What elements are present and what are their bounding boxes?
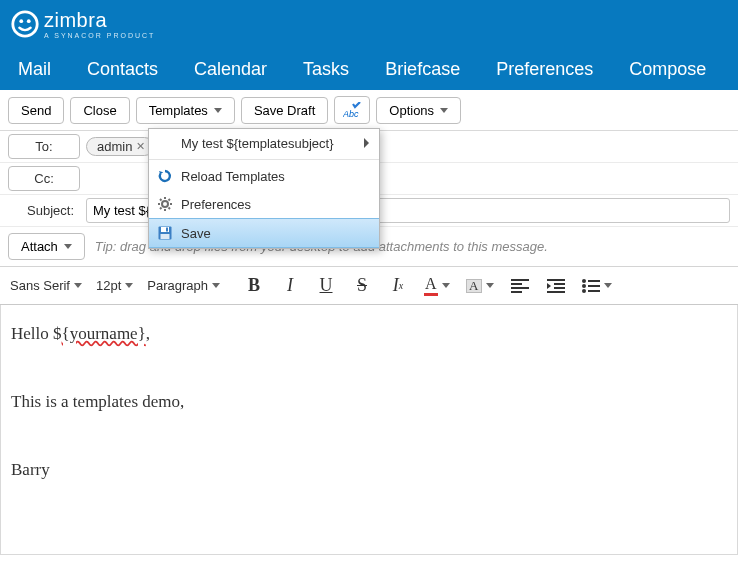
spacer <box>157 135 173 151</box>
tab-briefcase[interactable]: Briefcase <box>367 48 478 90</box>
tab-mail[interactable]: Mail <box>0 48 69 90</box>
templates-menu-save-label: Save <box>181 226 211 241</box>
templates-menu-preferences[interactable]: Preferences <box>149 190 379 218</box>
chevron-down-icon <box>440 108 448 113</box>
main-tabs: Mail Contacts Calendar Tasks Briefcase P… <box>0 48 738 90</box>
spellcheck-button[interactable]: Abc <box>334 96 370 124</box>
spelling-error: {yourname} <box>62 324 146 343</box>
paragraph-style-select[interactable]: Paragraph <box>147 278 220 293</box>
templates-menu-header[interactable]: My test ${templatesubject} <box>149 129 379 157</box>
reload-icon <box>157 168 173 184</box>
paragraph-label: Paragraph <box>147 278 208 293</box>
svg-line-12 <box>169 199 171 201</box>
templates-label: Templates <box>149 103 208 118</box>
brand-name: zimbra <box>44 9 155 32</box>
format-toolbar: Sans Serif 12pt Paragraph B I U S Ix A A <box>0 267 738 305</box>
templates-menu-reload-label: Reload Templates <box>181 169 285 184</box>
highlight-color-button[interactable]: A <box>466 279 494 293</box>
svg-point-2 <box>27 19 31 23</box>
chevron-down-icon <box>604 283 612 288</box>
tab-calendar[interactable]: Calendar <box>176 48 285 90</box>
body-line-2: This is a templates demo, <box>11 385 727 419</box>
strikethrough-button[interactable]: S <box>352 276 372 296</box>
format-buttons: B I U S Ix A A <box>244 275 612 296</box>
svg-line-9 <box>160 199 162 201</box>
brand-logo: zimbra A SYNACOR PRODUCT <box>10 9 155 39</box>
font-size-select[interactable]: 12pt <box>96 278 133 293</box>
svg-point-26 <box>582 284 586 288</box>
svg-line-11 <box>160 208 162 210</box>
svg-point-4 <box>162 201 168 207</box>
zimbra-icon <box>10 9 40 39</box>
templates-dropdown: My test ${templatesubject} Reload Templa… <box>148 128 380 249</box>
remove-recipient-icon[interactable]: ✕ <box>136 140 145 153</box>
chevron-down-icon <box>74 283 82 288</box>
body-signature: Barry <box>11 453 727 487</box>
svg-point-0 <box>13 12 37 36</box>
svg-point-25 <box>582 279 586 283</box>
svg-rect-16 <box>161 234 170 239</box>
save-draft-button[interactable]: Save Draft <box>241 97 328 124</box>
svg-point-1 <box>19 19 23 23</box>
tab-contacts[interactable]: Contacts <box>69 48 176 90</box>
app-header: zimbra A SYNACOR PRODUCT <box>0 0 738 48</box>
message-body[interactable]: Hello ${yourname}, This is a templates d… <box>0 305 738 555</box>
menu-separator <box>149 159 379 160</box>
clear-format-button[interactable]: Ix <box>388 276 408 296</box>
chevron-down-icon <box>214 108 222 113</box>
chevron-down-icon <box>486 283 494 288</box>
tab-tasks[interactable]: Tasks <box>285 48 367 90</box>
tab-compose[interactable]: Compose <box>611 48 724 90</box>
options-label: Options <box>389 103 434 118</box>
indent-button[interactable] <box>546 276 566 296</box>
brand-tagline: A SYNACOR PRODUCT <box>44 32 155 39</box>
subject-label: Subject: <box>8 203 80 218</box>
options-button[interactable]: Options <box>376 97 461 124</box>
chevron-down-icon <box>442 283 450 288</box>
list-button[interactable] <box>582 279 612 293</box>
close-button[interactable]: Close <box>70 97 129 124</box>
templates-menu-header-label: My test ${templatesubject} <box>181 136 333 151</box>
svg-text:Abc: Abc <box>343 109 359 118</box>
svg-rect-15 <box>166 228 168 232</box>
send-button[interactable]: Send <box>8 97 64 124</box>
cc-button[interactable]: Cc: <box>8 166 80 191</box>
svg-line-10 <box>169 208 171 210</box>
chevron-down-icon <box>125 283 133 288</box>
recipient-name: admin <box>97 139 132 154</box>
recipient-pill[interactable]: admin ✕ <box>86 137 154 156</box>
italic-button[interactable]: I <box>280 276 300 296</box>
align-left-button[interactable] <box>510 276 530 296</box>
attach-button[interactable]: Attach <box>8 233 85 260</box>
bold-button[interactable]: B <box>244 276 264 296</box>
templates-menu-preferences-label: Preferences <box>181 197 251 212</box>
compose-toolbar: Send Close Templates Save Draft Abc Opti… <box>0 90 738 131</box>
svg-point-27 <box>582 289 586 293</box>
attach-label: Attach <box>21 239 58 254</box>
text-color-button[interactable]: A <box>424 275 450 296</box>
templates-menu-reload[interactable]: Reload Templates <box>149 162 379 190</box>
templates-button[interactable]: Templates <box>136 97 235 124</box>
chevron-down-icon <box>64 244 72 249</box>
to-button[interactable]: To: <box>8 134 80 159</box>
gear-icon <box>157 196 173 212</box>
font-family-label: Sans Serif <box>10 278 70 293</box>
templates-menu-save[interactable]: Save <box>149 218 379 248</box>
tab-preferences[interactable]: Preferences <box>478 48 611 90</box>
font-family-select[interactable]: Sans Serif <box>10 278 82 293</box>
save-icon <box>157 225 173 241</box>
underline-button[interactable]: U <box>316 276 336 296</box>
spellcheck-icon: Abc <box>343 102 361 118</box>
body-line-1: Hello ${yourname}, <box>11 317 727 351</box>
chevron-down-icon <box>212 283 220 288</box>
font-size-label: 12pt <box>96 278 121 293</box>
